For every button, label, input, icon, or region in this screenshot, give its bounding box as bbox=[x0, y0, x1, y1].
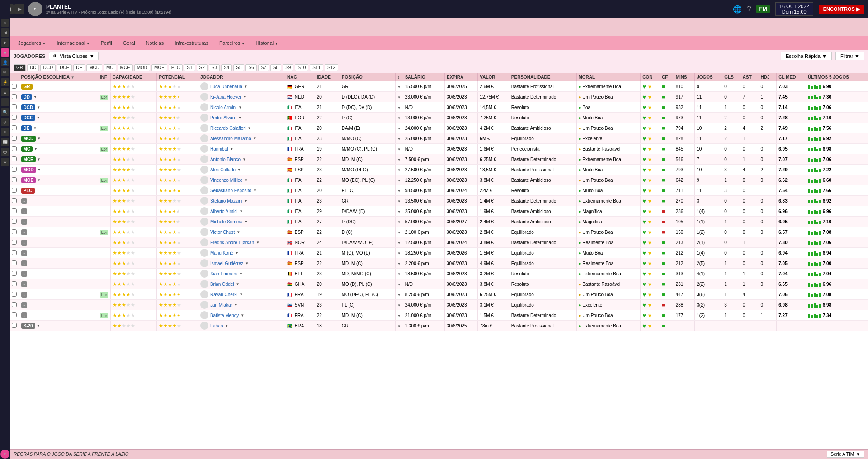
pos-filter-s8[interactable]: S8 bbox=[270, 64, 281, 71]
col-valor[interactable]: VALOR bbox=[478, 73, 509, 81]
player-name[interactable]: Sebastiano Esposito bbox=[210, 188, 251, 193]
row-checkbox[interactable] bbox=[10, 102, 19, 113]
sidebar-scout-icon[interactable]: 🔍 bbox=[1, 108, 9, 116]
row-checkbox[interactable] bbox=[10, 123, 19, 133]
row-sort[interactable]: ▼ bbox=[395, 102, 403, 113]
row-sort[interactable]: ▼ bbox=[395, 321, 403, 331]
col-inf[interactable]: INF bbox=[98, 73, 110, 81]
row-sort[interactable]: ▼ bbox=[395, 165, 403, 175]
tab-infra[interactable]: Infra-estruturas bbox=[170, 39, 213, 47]
pos-filter-s12[interactable]: S12 bbox=[325, 64, 338, 71]
row-checkbox[interactable] bbox=[10, 300, 19, 310]
player-name[interactable]: Fredrik André Bjørkan bbox=[210, 240, 254, 245]
pos-tag[interactable]: DCD bbox=[21, 104, 36, 110]
player-name[interactable]: Vincenzo Millico bbox=[210, 178, 243, 183]
sidebar-medical-icon[interactable]: + bbox=[1, 98, 9, 106]
row-sort[interactable]: ▼ bbox=[395, 217, 403, 227]
pos-filter-dd[interactable]: DD bbox=[27, 64, 39, 71]
row-checkbox[interactable] bbox=[10, 217, 19, 227]
col-con[interactable]: CON bbox=[641, 73, 660, 81]
pos-filter-s7[interactable]: S7 bbox=[258, 64, 269, 71]
col-personalidade[interactable]: PERSONALIDADE bbox=[509, 73, 576, 81]
row-sort[interactable]: ▼ bbox=[395, 175, 403, 185]
row-sort[interactable]: ▼ bbox=[395, 154, 403, 165]
row-sort[interactable]: ▼ bbox=[395, 289, 403, 300]
tab-parceiros[interactable]: Parceiros bbox=[215, 39, 250, 47]
pos-tag[interactable]: PLC bbox=[21, 188, 35, 194]
col-salary[interactable]: SALÁRIO bbox=[403, 73, 444, 81]
player-name[interactable]: Luca Unbehaun bbox=[210, 84, 242, 89]
col-gls[interactable]: GLS bbox=[722, 73, 741, 81]
pos-filter-mcd[interactable]: MCD bbox=[86, 64, 102, 71]
row-sort[interactable]: ▼ bbox=[395, 237, 403, 248]
row-sort[interactable]: ▼ bbox=[395, 227, 403, 237]
sidebar-finance-icon[interactable]: € bbox=[1, 128, 9, 136]
col-ast[interactable]: AST bbox=[741, 73, 759, 81]
pos-tag[interactable]: MC bbox=[21, 146, 33, 152]
pos-filter-plc[interactable]: PLC bbox=[169, 64, 183, 71]
pos-tag[interactable]: DCE bbox=[21, 115, 35, 121]
tab-noticias[interactable]: Notícias bbox=[142, 39, 169, 47]
pos-filter-s4[interactable]: S4 bbox=[221, 64, 232, 71]
player-name[interactable]: Antonio Blanco bbox=[210, 157, 241, 162]
row-checkbox[interactable] bbox=[10, 196, 19, 206]
row-sort[interactable]: ▼ bbox=[395, 269, 403, 279]
pos-tag[interactable]: MCD bbox=[21, 136, 36, 142]
row-checkbox[interactable] bbox=[10, 237, 19, 248]
row-sort[interactable]: ▼ bbox=[395, 300, 403, 310]
tab-internacional[interactable]: Internacional bbox=[52, 39, 94, 47]
row-checkbox[interactable] bbox=[10, 185, 19, 196]
player-name[interactable]: Michele Somma bbox=[210, 219, 243, 224]
player-name[interactable]: Brian Oddei bbox=[210, 282, 234, 287]
sidebar-tactics-icon[interactable]: ⚡ bbox=[1, 78, 9, 86]
sidebar-club-icon[interactable]: 🏟 bbox=[1, 148, 9, 156]
pos-tag[interactable]: MCE bbox=[21, 156, 36, 162]
row-checkbox[interactable] bbox=[10, 92, 19, 102]
row-sort[interactable]: ▼ bbox=[395, 258, 403, 269]
player-name[interactable]: Victor Chust bbox=[210, 230, 235, 235]
col-player[interactable]: JOGADOR bbox=[198, 73, 285, 81]
filtrar-button[interactable]: Filtrar ▼ bbox=[835, 52, 864, 60]
player-name[interactable]: Pedro Álvaro bbox=[210, 115, 236, 120]
col-moral[interactable]: MORAL bbox=[576, 73, 641, 81]
col-cf[interactable]: CF bbox=[660, 73, 674, 81]
nav-forward-button[interactable]: ▶ bbox=[14, 4, 24, 14]
tab-geral[interactable]: Geral bbox=[118, 39, 140, 47]
player-name[interactable]: Jan Mlakar bbox=[210, 303, 232, 308]
pos-tag[interactable]: S-20 bbox=[21, 323, 35, 329]
sidebar-nav2-icon[interactable]: ▶ bbox=[1, 38, 9, 47]
row-checkbox[interactable] bbox=[10, 269, 19, 279]
row-checkbox[interactable] bbox=[10, 154, 19, 165]
player-name[interactable]: Manu Koné bbox=[210, 251, 233, 256]
escolha-rapida-button[interactable]: Escolha Rápida ▼ bbox=[781, 52, 832, 60]
col-nat[interactable]: NAC bbox=[285, 73, 315, 81]
row-sort[interactable]: ▼ bbox=[395, 206, 403, 217]
pos-tag[interactable]: MOE bbox=[21, 177, 36, 183]
col-ultimos[interactable]: ÚLTIMOS 5 JOGOS bbox=[806, 73, 868, 81]
col-sort[interactable]: ↕ bbox=[395, 73, 403, 81]
row-checkbox[interactable] bbox=[10, 144, 19, 154]
sidebar-person-icon[interactable]: 👤 bbox=[1, 58, 9, 66]
row-sort[interactable]: ▼ bbox=[395, 248, 403, 258]
tab-jogadores[interactable]: Jogadores bbox=[14, 39, 51, 47]
pos-filter-mod[interactable]: MOD bbox=[134, 64, 150, 71]
col-pos[interactable]: POSIÇÃO ESCOLHIDA ▼ bbox=[19, 73, 98, 81]
col-pot[interactable]: POTENCIAL bbox=[157, 73, 198, 81]
pos-tag[interactable]: MOD bbox=[21, 167, 36, 173]
row-checkbox[interactable] bbox=[10, 279, 19, 289]
row-sort[interactable]: ▼ bbox=[395, 81, 403, 92]
row-sort[interactable]: ▼ bbox=[395, 310, 403, 321]
pos-tag[interactable]: DD bbox=[21, 94, 32, 100]
row-checkbox[interactable] bbox=[10, 81, 19, 92]
row-sort[interactable]: ▼ bbox=[395, 113, 403, 123]
col-position[interactable]: POSIÇÃO bbox=[340, 73, 395, 81]
pos-filter-dce[interactable]: DCE bbox=[57, 64, 72, 71]
pos-filter-gr[interactable]: GR bbox=[14, 64, 26, 71]
player-name[interactable]: Nicolo Armini bbox=[210, 105, 236, 110]
pos-filter-dcd[interactable]: DCD bbox=[40, 64, 56, 71]
col-age[interactable]: IDADE bbox=[315, 73, 340, 81]
row-checkbox[interactable] bbox=[10, 258, 19, 269]
col-mins[interactable]: MINS bbox=[674, 73, 695, 81]
row-checkbox[interactable] bbox=[10, 289, 19, 300]
pos-filter-s1[interactable]: S1 bbox=[184, 64, 195, 71]
